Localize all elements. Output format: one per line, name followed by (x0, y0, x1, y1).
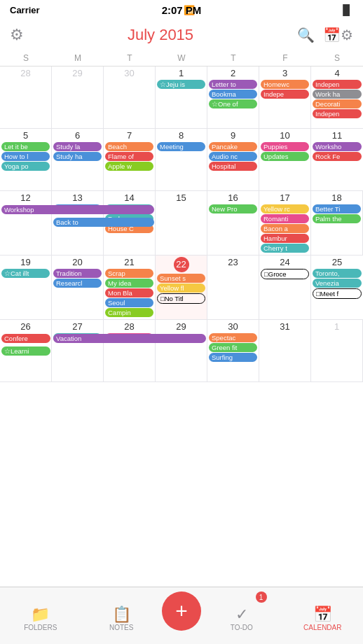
day-cell-0-2[interactable]: 30 (104, 66, 156, 128)
day-cell-3-1[interactable]: 20TraditionResearcl (52, 255, 104, 319)
event-pill[interactable]: Surfing (209, 353, 257, 362)
event-pill[interactable]: ☆Jeju is (157, 80, 205, 89)
span-event[interactable]: ☆Learni (1, 346, 50, 356)
event-pill[interactable]: Bacon a (261, 224, 309, 233)
day-cell-1-6[interactable]: 11WorkshoRock Fe (311, 129, 363, 190)
tab-notes[interactable]: 📋 NOTES (81, 587, 163, 644)
day-cell-3-2[interactable]: 21ScrapMy ideaMon BlaSeoulCampin (104, 255, 156, 319)
event-pill[interactable]: Puppies (261, 142, 309, 151)
day-cell-1-3[interactable]: 8Meeting (156, 129, 207, 190)
event-pill[interactable]: How to l (1, 152, 50, 161)
event-pill[interactable]: Campin (105, 308, 153, 317)
day-cell-4-3[interactable]: 29 (156, 320, 207, 382)
day-cell-4-4[interactable]: 30SpectacGreen fitSurfing (207, 320, 259, 382)
event-pill[interactable]: Indepen (313, 109, 362, 118)
event-pill[interactable]: Pancake (209, 142, 257, 151)
event-pill[interactable]: Let it be (1, 142, 50, 151)
event-pill[interactable]: Worksho (313, 142, 362, 151)
event-pill[interactable]: Venezia (313, 279, 362, 288)
event-pill[interactable]: Palm the (313, 214, 361, 223)
event-pill[interactable]: Letter to (209, 80, 257, 89)
day-cell-2-3[interactable]: 15 (156, 191, 207, 255)
tab-calendar[interactable]: 📅 CALENDAR (282, 587, 364, 644)
event-pill[interactable]: Study la (53, 142, 102, 151)
event-pill[interactable]: Bookma (209, 90, 257, 99)
event-pill[interactable]: Beach (105, 142, 153, 151)
event-pill[interactable]: Hospital (209, 162, 257, 171)
week-row-2: 1213Music Fc14ViennaPrahaHouse C1516New … (0, 191, 363, 255)
event-pill[interactable]: Flame of (105, 152, 153, 161)
day-cell-2-5[interactable]: 17Yellow rcRomantiBacon aHamburCherry t (259, 191, 311, 255)
span-event[interactable]: Confere (1, 334, 50, 343)
tab-folders[interactable]: 📁 FOLDERS (0, 587, 81, 644)
event-pill[interactable]: Sunset s (157, 274, 205, 283)
event-pill[interactable]: Apple w (105, 162, 153, 171)
day-cell-0-4[interactable]: 2Letter toBookma☆One of (207, 66, 259, 128)
span-event[interactable]: Back to (53, 218, 154, 227)
calendar-settings-icon[interactable]: 📅⚙ (323, 27, 353, 43)
day-cell-2-4[interactable]: 16New Pro (207, 191, 259, 255)
event-pill[interactable]: Study ha (53, 152, 102, 161)
day-cell-4-2[interactable]: 28Naru's B (104, 320, 156, 382)
event-pill[interactable]: Rock Fe (313, 152, 362, 161)
event-pill[interactable]: Scrap (105, 269, 153, 278)
day-cell-2-6[interactable]: 18Better TiPalm the (311, 191, 363, 255)
day-cell-1-5[interactable]: 10PuppiesUpdates (259, 129, 311, 190)
span-event[interactable]: Vacation (53, 334, 206, 343)
day-cell-3-5[interactable]: 24□Groce (259, 255, 311, 319)
tab-add[interactable]: + (162, 592, 201, 640)
day-cell-0-1[interactable]: 29 (52, 66, 104, 128)
event-pill[interactable]: New Pro (209, 204, 257, 214)
event-pill[interactable]: Seoul (105, 298, 153, 307)
event-pill[interactable]: Green fit (209, 343, 257, 352)
event-pill[interactable]: Researcl (53, 279, 102, 288)
day-cell-3-3[interactable]: 22Sunset sYellow fl□No Titl (156, 255, 207, 319)
event-pill[interactable]: □Meet f (313, 288, 362, 299)
tab-todo[interactable]: ✓ TO-DO 1 (201, 587, 282, 644)
day-cell-1-2[interactable]: 7BeachFlame ofApple w (104, 129, 156, 190)
calendar-grid: 2829301☆Jeju is2Letter toBookma☆One of3H… (0, 66, 363, 382)
event-pill[interactable]: Homewc (261, 80, 309, 89)
event-pill[interactable]: ☆One of (209, 99, 257, 108)
event-pill[interactable]: Yellow rc (261, 204, 309, 214)
day-cell-1-0[interactable]: 5Let it beHow to lYoga po (0, 129, 52, 190)
event-pill[interactable]: Yoga po (1, 162, 50, 171)
event-pill[interactable]: Hambur (261, 234, 309, 243)
day-cell-0-3[interactable]: 1☆Jeju is (156, 66, 207, 128)
day-cell-0-6[interactable]: 4IndepenWork haDecoratiIndepen (311, 66, 363, 128)
search-icon[interactable]: 🔍 (297, 27, 315, 43)
event-pill[interactable]: Meeting (157, 142, 205, 151)
day-cell-1-1[interactable]: 6Study laStudy ha (52, 129, 104, 190)
day-cell-1-4[interactable]: 9PancakeAudio ncHospital (207, 129, 259, 190)
day-cell-2-0[interactable]: 12 (0, 191, 52, 255)
event-pill[interactable]: Romanti (261, 214, 309, 223)
event-pill[interactable]: Cherry t (261, 244, 309, 253)
settings-icon[interactable]: ⚙ (10, 26, 24, 44)
event-pill[interactable]: Yellow fl (157, 284, 205, 293)
event-pill[interactable]: Indepe (261, 90, 309, 99)
event-pill[interactable]: □Groce (261, 269, 309, 279)
day-cell-3-6[interactable]: 25Toronto,Venezia□Meet f (311, 255, 363, 319)
event-pill[interactable]: Tradition (53, 269, 102, 278)
event-pill[interactable]: Better Ti (313, 204, 361, 214)
event-pill[interactable]: Indepen (313, 80, 362, 89)
event-pill[interactable]: Audio nc (209, 152, 257, 161)
event-pill[interactable]: Toronto, (313, 269, 362, 278)
day-cell-4-1[interactable]: 27Hawaii air (52, 320, 104, 382)
day-cell-4-5[interactable]: 31 (259, 320, 311, 382)
event-pill[interactable]: Updates (261, 152, 309, 161)
event-pill[interactable]: Spectac (209, 333, 257, 342)
event-pill[interactable]: Decorati (313, 99, 362, 108)
span-event[interactable]: Workshop (1, 205, 154, 214)
day-cell-3-4[interactable]: 23 (207, 255, 259, 319)
event-pill[interactable]: Mon Bla (105, 288, 153, 298)
day-cell-3-0[interactable]: 19☆Cat illt (0, 255, 52, 319)
day-cell-0-5[interactable]: 3HomewcIndepe (259, 66, 311, 128)
event-pill[interactable]: □No Titl (157, 293, 205, 304)
day-number: 23 (209, 257, 257, 267)
event-pill[interactable]: My idea (105, 279, 153, 288)
day-cell-4-6[interactable]: 1 (311, 320, 363, 382)
day-cell-0-0[interactable]: 28 (0, 66, 52, 128)
event-pill[interactable]: Work ha (313, 90, 362, 99)
event-pill[interactable]: ☆Cat illt (1, 269, 50, 278)
